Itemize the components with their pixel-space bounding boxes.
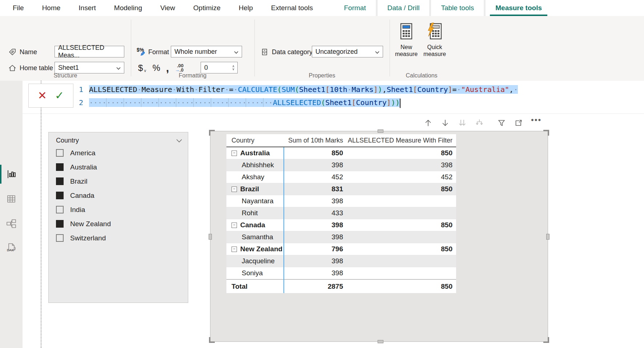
dax-code-line[interactable]: 2·······································… bbox=[67, 96, 640, 109]
table-row-nayantara[interactable]: Nayantara398 bbox=[226, 195, 456, 207]
slicer-item-new-zealand[interactable]: New Zealand bbox=[49, 217, 188, 231]
menu-item-insert[interactable]: Insert bbox=[69, 4, 105, 12]
collapse-icon[interactable]: − bbox=[232, 223, 237, 228]
tab-format[interactable]: Format bbox=[334, 0, 376, 16]
decimal-places-stepper[interactable]: ∧ ∨ bbox=[230, 63, 237, 73]
menu-item-optimize[interactable]: Optimize bbox=[184, 4, 230, 12]
text-cursor bbox=[400, 99, 401, 108]
marks-value: 831 bbox=[283, 185, 347, 193]
dax-query-view-button[interactable]: DAX bbox=[0, 237, 23, 258]
column-header[interactable]: ALLSELECTED Measure With Filter bbox=[347, 137, 456, 144]
resize-handle[interactable] bbox=[543, 337, 549, 343]
dax-code-line[interactable]: 1ALLSELECTED·Measure·With·Filter·=·CALCU… bbox=[67, 83, 640, 96]
checkbox-checked[interactable] bbox=[56, 192, 64, 199]
measure-name-input[interactable]: ALLSELECTED Meas... bbox=[55, 46, 124, 57]
menu-item-home[interactable]: Home bbox=[33, 4, 70, 12]
dax-token: Sheet1 bbox=[387, 85, 413, 94]
new-measure-button[interactable]: New measure bbox=[393, 23, 419, 57]
slicer-item-canada[interactable]: Canada bbox=[49, 188, 188, 203]
quick-measure-button[interactable]: Quick measure bbox=[422, 23, 448, 57]
table-row-rohit[interactable]: Rohit433 bbox=[226, 207, 456, 219]
drill-down-icon[interactable] bbox=[440, 118, 450, 128]
country-slicer[interactable]: Country AmericaAustraliaBrazilCanadaIndi… bbox=[48, 132, 188, 303]
drill-up-icon[interactable] bbox=[423, 118, 433, 128]
table-row-jacqueline[interactable]: Jacqueline398 bbox=[226, 255, 456, 267]
checkbox-unchecked[interactable] bbox=[56, 149, 64, 157]
chevron-down-icon[interactable] bbox=[176, 137, 182, 144]
menu-item-external-tools[interactable]: External tools bbox=[262, 4, 322, 12]
checkbox-checked[interactable] bbox=[56, 163, 64, 171]
format-select[interactable]: Whole number bbox=[171, 46, 242, 57]
currency-format-button[interactable]: $ ∨ bbox=[138, 63, 146, 73]
decimal-places-value: 0 bbox=[204, 64, 208, 72]
decimal-places-input[interactable]: 0 ∧ ∨ bbox=[201, 62, 238, 73]
dax-token: ALLSELECTED bbox=[89, 85, 137, 94]
collapse-icon[interactable]: − bbox=[232, 247, 237, 252]
slicer-item-india[interactable]: India bbox=[49, 203, 188, 217]
chevron-down-icon bbox=[234, 48, 238, 56]
checkbox-checked[interactable] bbox=[56, 220, 64, 228]
data-view-button[interactable] bbox=[0, 188, 23, 209]
tab-measure-tools[interactable]: Measure tools bbox=[486, 0, 552, 16]
checkbox-unchecked[interactable] bbox=[56, 206, 64, 213]
drill-down-double-icon[interactable] bbox=[458, 118, 467, 128]
menu-item-file[interactable]: File bbox=[4, 4, 33, 12]
table-row-australia[interactable]: −Australia850850 bbox=[226, 147, 456, 159]
checkbox-unchecked[interactable] bbox=[56, 234, 64, 242]
slicer-item-australia[interactable]: Australia bbox=[49, 160, 188, 174]
table-row-akshay[interactable]: Akshay452452 bbox=[226, 171, 456, 183]
dax-token: [ bbox=[351, 98, 356, 107]
resize-handle[interactable] bbox=[378, 340, 383, 343]
resize-handle[interactable] bbox=[543, 130, 549, 136]
expand-all-icon[interactable] bbox=[475, 118, 484, 128]
resize-handle[interactable] bbox=[546, 234, 550, 240]
menu-item-modeling[interactable]: Modeling bbox=[105, 4, 151, 12]
matrix-table[interactable]: CountrySum of 10th MarksALLSELECTED Meas… bbox=[226, 134, 456, 293]
data-category-select[interactable]: Uncategorized bbox=[312, 46, 383, 57]
report-view-button[interactable] bbox=[0, 164, 23, 185]
filter-icon[interactable] bbox=[497, 118, 506, 128]
slicer-item-america[interactable]: America bbox=[49, 146, 188, 160]
checkbox-checked[interactable] bbox=[56, 177, 64, 185]
table-row-abhishhek[interactable]: Abhishhek398398 bbox=[226, 159, 456, 171]
collapse-icon[interactable]: − bbox=[232, 151, 237, 156]
slicer-item-switzerland[interactable]: Switzerland bbox=[49, 231, 188, 245]
resize-handle[interactable] bbox=[378, 129, 383, 133]
resize-handle[interactable] bbox=[209, 234, 212, 240]
thousands-separator-button[interactable]: , bbox=[166, 64, 169, 72]
table-row-canada[interactable]: −Canada398850 bbox=[226, 219, 456, 231]
tab-table-tools[interactable]: Table tools bbox=[431, 0, 484, 16]
menu-item-help[interactable]: Help bbox=[230, 4, 262, 12]
commit-formula-button[interactable]: ✓ bbox=[55, 90, 64, 101]
menu-item-view[interactable]: View bbox=[151, 4, 184, 12]
dax-token: · bbox=[457, 85, 461, 94]
table-row-soniya[interactable]: Soniya398 bbox=[226, 267, 456, 279]
column-header[interactable]: Sum of 10th Marks bbox=[283, 137, 347, 144]
model-view-button[interactable] bbox=[0, 213, 23, 234]
dax-editor[interactable]: 1ALLSELECTED·Measure·With·Filter·=·CALCU… bbox=[67, 83, 640, 109]
row-label: Samantha bbox=[242, 233, 273, 241]
measure-value: 850 bbox=[347, 283, 456, 291]
home-table-select[interactable]: Sheet1 bbox=[55, 62, 124, 73]
dax-token: · bbox=[347, 85, 352, 94]
marks-value: 796 bbox=[283, 245, 347, 253]
tab-data-drill[interactable]: Data / Drill bbox=[378, 0, 430, 16]
cancel-formula-button[interactable]: ✕ bbox=[38, 90, 47, 101]
page-margin-guide bbox=[41, 81, 41, 348]
more-options-icon[interactable]: ••• bbox=[531, 118, 540, 128]
slicer-item-brazil[interactable]: Brazil bbox=[49, 174, 188, 188]
focus-mode-icon[interactable] bbox=[514, 118, 523, 128]
column-header[interactable]: Country bbox=[226, 137, 283, 144]
measure-value: 850 bbox=[347, 221, 456, 229]
table-row-total[interactable]: Total2875850 bbox=[226, 279, 456, 293]
spin-down-icon[interactable]: ∨ bbox=[232, 68, 235, 71]
table-row-brazil[interactable]: −Brazil831850 bbox=[226, 183, 456, 195]
table-row-new-zealand[interactable]: −New Zealand796850 bbox=[226, 243, 456, 255]
dax-token: ( bbox=[277, 85, 282, 94]
resize-handle[interactable] bbox=[209, 337, 215, 343]
table-row-samantha[interactable]: Samantha398 bbox=[226, 231, 456, 243]
percent-format-button[interactable]: % bbox=[152, 63, 160, 73]
resize-handle[interactable] bbox=[209, 130, 215, 136]
table-visual[interactable]: CountrySum of 10th MarksALLSELECTED Meas… bbox=[210, 131, 548, 342]
collapse-icon[interactable]: − bbox=[232, 187, 237, 192]
